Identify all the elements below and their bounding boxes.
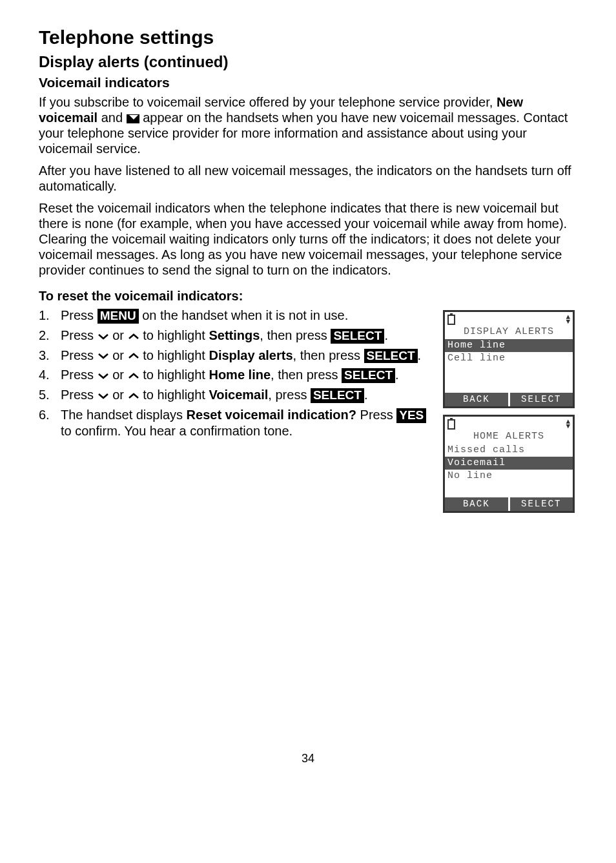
lcd-row: Cell line — [445, 352, 573, 365]
chevron-down-icon — [98, 372, 109, 380]
softkey-back: BACK — [445, 497, 510, 511]
list-item: 4. Press or to highlight Home line, then… — [39, 367, 430, 383]
lcd-screen-home-alerts: ▲▼ HOME ALERTS Missed calls Voicemail No… — [443, 415, 575, 513]
select-key: SELECT — [364, 349, 418, 364]
battery-icon — [447, 315, 455, 325]
list-item: 3. Press or to highlight Display alerts,… — [39, 348, 430, 364]
paragraph-2: After you have listened to all new voice… — [39, 163, 577, 194]
chevron-down-icon — [98, 333, 109, 340]
envelope-icon — [127, 114, 139, 123]
reset-heading: To reset the voicemail indicators: — [39, 288, 577, 304]
subsection-title: Voicemail indicators — [39, 74, 577, 90]
chevron-down-icon — [98, 392, 109, 400]
chevron-up-icon — [128, 372, 139, 380]
lcd-title: DISPLAY ALERTS — [445, 326, 573, 339]
steps-list: 1. Press MENU on the handset when it is … — [39, 307, 430, 439]
select-key: SELECT — [311, 388, 364, 403]
softkey-back: BACK — [445, 393, 510, 406]
page-title: Telephone settings — [39, 26, 577, 49]
battery-icon — [447, 419, 455, 430]
select-key: SELECT — [331, 329, 384, 344]
list-item: 5. Press or to highlight Voicemail, pres… — [39, 387, 430, 403]
page-number: 34 — [39, 752, 577, 766]
list-item: 6. The handset displays Reset voicemail … — [39, 407, 430, 439]
scroll-arrows-icon: ▲▼ — [566, 420, 570, 429]
softkey-select: SELECT — [510, 497, 573, 511]
scroll-arrows-icon: ▲▼ — [566, 315, 570, 324]
lcd-screen-display-alerts: ▲▼ DISPLAY ALERTS Home line Cell line BA… — [443, 310, 575, 408]
lcd-row-selected: Home line — [445, 339, 573, 352]
lcd-row: No line — [445, 470, 573, 483]
paragraph-1: If you subscribe to voicemail service of… — [39, 94, 577, 156]
chevron-up-icon — [128, 333, 139, 340]
select-key: SELECT — [342, 368, 395, 383]
menu-key: MENU — [98, 309, 139, 324]
list-item: 2. Press or to highlight Settings, then … — [39, 328, 430, 344]
yes-key: YES — [396, 408, 426, 423]
chevron-up-icon — [128, 392, 139, 400]
chevron-up-icon — [128, 352, 139, 360]
list-item: 1. Press MENU on the handset when it is … — [39, 307, 430, 324]
lcd-row-selected: Voicemail — [445, 457, 573, 470]
chevron-down-icon — [98, 352, 109, 360]
section-title: Display alerts (continued) — [39, 53, 577, 72]
softkey-select: SELECT — [510, 393, 573, 406]
lcd-row: Missed calls — [445, 444, 573, 457]
lcd-title: HOME ALERTS — [445, 431, 573, 444]
paragraph-3: Reset the voicemail indicators when the … — [39, 200, 577, 278]
